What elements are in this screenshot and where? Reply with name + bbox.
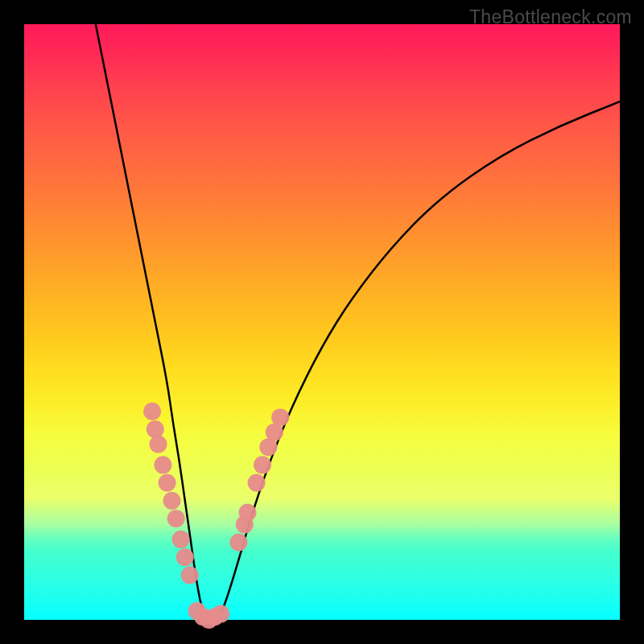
chart-inner	[24, 24, 620, 620]
data-point	[150, 436, 167, 453]
data-point	[147, 420, 164, 438]
data-point	[167, 510, 185, 527]
data-point	[181, 567, 199, 584]
watermark-text: TheBottleneck.com	[469, 6, 632, 28]
data-point	[163, 492, 181, 510]
data-point	[212, 605, 229, 623]
data-point	[154, 456, 171, 474]
data-point	[248, 474, 266, 492]
chart-svg	[24, 24, 620, 620]
data-point	[143, 402, 161, 420]
points-group	[143, 402, 289, 629]
data-point	[239, 504, 257, 522]
data-point	[229, 534, 247, 551]
data-point	[159, 474, 176, 492]
bottleneck-curve	[96, 24, 620, 620]
bottleneck-chart: TheBottleneck.com	[0, 0, 644, 644]
data-point	[176, 548, 194, 566]
data-point	[254, 456, 271, 474]
data-point	[172, 530, 190, 548]
curve-group	[96, 24, 620, 620]
data-point	[271, 408, 289, 426]
